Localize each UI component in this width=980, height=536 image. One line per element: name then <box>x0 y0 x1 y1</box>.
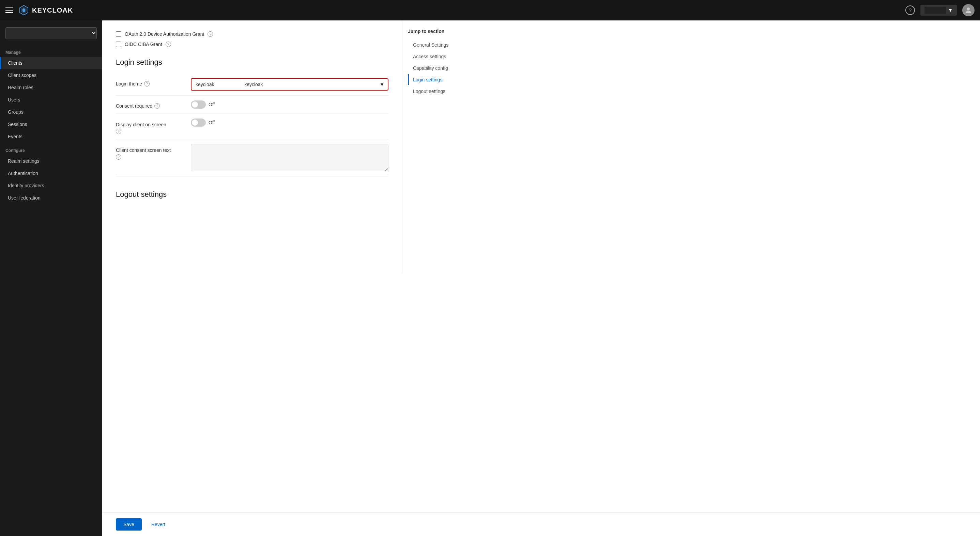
login-theme-current-value: keycloak <box>191 79 240 90</box>
jump-capability-config[interactable]: Capability config <box>408 63 472 73</box>
jump-login-settings[interactable]: Login settings <box>408 74 472 85</box>
sidebar-item-users[interactable]: Users <box>0 94 102 106</box>
realm-dropdown[interactable] <box>5 27 97 39</box>
consent-screen-label: Client consent screen text ? <box>116 144 191 160</box>
sidebar-item-sessions[interactable]: Sessions <box>0 118 102 130</box>
sidebar-identity-providers-label: Identity providers <box>8 183 44 188</box>
consent-required-row: Consent required ? Off <box>116 96 388 114</box>
oidc-ciba-help-icon[interactable]: ? <box>165 41 171 47</box>
sidebar-item-groups[interactable]: Groups <box>0 106 102 118</box>
consent-required-slider <box>191 100 206 109</box>
display-client-help-icon[interactable]: ? <box>116 129 121 134</box>
sidebar-clients-label: Clients <box>8 60 22 66</box>
configure-section-label: Configure <box>0 143 102 155</box>
display-client-toggle[interactable] <box>191 119 206 127</box>
login-theme-label: Login theme ? <box>116 78 191 87</box>
main-content: OAuth 2.0 Device Authorization Grant ? O… <box>102 21 980 536</box>
consent-screen-row: Client consent screen text ? <box>116 139 388 176</box>
sidebar-item-authentication[interactable]: Authentication <box>0 167 102 179</box>
login-theme-select-wrapper: keycloak keycloak base ▼ <box>191 78 388 90</box>
consent-required-help-icon[interactable]: ? <box>154 103 160 109</box>
consent-required-control: Off <box>191 100 388 109</box>
consent-required-label: Consent required ? <box>116 100 191 109</box>
oidc-ciba-row: OIDC CIBA Grant ? <box>116 41 388 47</box>
display-client-label: Display client on screen ? <box>116 119 191 134</box>
sidebar: Manage Clients Client scopes Realm roles… <box>0 21 102 536</box>
top-navbar: KEYCLOAK ? ▼ <box>0 0 980 21</box>
oauth-device-help-icon[interactable]: ? <box>207 31 213 37</box>
app-logo: KEYCLOAK <box>18 5 73 16</box>
save-button[interactable]: Save <box>116 518 142 531</box>
sidebar-item-clients[interactable]: Clients <box>0 57 102 69</box>
content-body: OAuth 2.0 Device Authorization Grant ? O… <box>102 21 402 274</box>
jump-to-section-title: Jump to section <box>408 29 472 34</box>
svg-point-3 <box>967 8 970 10</box>
sidebar-item-identity-providers[interactable]: Identity providers <box>0 179 102 192</box>
help-button[interactable]: ? <box>905 5 915 15</box>
topnav-right: ? ▼ <box>905 4 975 16</box>
sidebar-sessions-label: Sessions <box>8 122 27 127</box>
display-client-row: Display client on screen ? Off <box>116 114 388 139</box>
realm-select-wrapper[interactable] <box>5 27 97 39</box>
consent-screen-control <box>191 144 388 171</box>
oauth-device-row: OAuth 2.0 Device Authorization Grant ? <box>116 31 388 37</box>
oidc-ciba-label: OIDC CIBA Grant <box>125 41 162 47</box>
main-layout: Manage Clients Client scopes Realm roles… <box>0 21 980 536</box>
sidebar-item-realm-settings[interactable]: Realm settings <box>0 155 102 167</box>
checkboxes-section: OAuth 2.0 Device Authorization Grant ? O… <box>116 29 388 47</box>
sidebar-item-user-federation[interactable]: User federation <box>0 192 102 204</box>
jump-logout-settings[interactable]: Logout settings <box>408 86 472 97</box>
user-avatar[interactable] <box>962 4 975 16</box>
sidebar-item-events[interactable]: Events <box>0 130 102 143</box>
sidebar-users-label: Users <box>8 97 21 103</box>
sidebar-item-client-scopes[interactable]: Client scopes <box>0 69 102 81</box>
sidebar-realm-settings-label: Realm settings <box>8 159 40 164</box>
sidebar-user-federation-label: User federation <box>8 195 41 201</box>
sidebar-groups-label: Groups <box>8 109 24 115</box>
realm-selector-button[interactable]: ▼ <box>920 5 957 16</box>
login-theme-select[interactable]: keycloak base <box>240 79 376 90</box>
login-theme-help-icon[interactable]: ? <box>144 81 150 87</box>
logout-settings-spacer <box>116 206 388 233</box>
jump-to-section-panel: Jump to section General Settings Access … <box>402 21 477 274</box>
display-client-control: Off <box>191 119 388 127</box>
realm-name-label <box>924 7 946 14</box>
sidebar-item-realm-roles[interactable]: Realm roles <box>0 81 102 94</box>
revert-button[interactable]: Revert <box>146 518 171 531</box>
sidebar-client-scopes-label: Client scopes <box>8 73 37 78</box>
login-theme-row: Login theme ? keycloak keycloak base ▼ <box>116 73 388 96</box>
sidebar-events-label: Events <box>8 134 22 139</box>
login-theme-select-arrow-icon: ▼ <box>376 79 388 90</box>
oidc-ciba-checkbox[interactable] <box>116 41 121 47</box>
content-with-jump: OAuth 2.0 Device Authorization Grant ? O… <box>102 21 980 274</box>
manage-section-label: Manage <box>0 44 102 57</box>
sidebar-authentication-label: Authentication <box>8 171 38 176</box>
consent-screen-help-icon[interactable]: ? <box>116 154 121 160</box>
oauth-device-checkbox[interactable] <box>116 31 121 37</box>
consent-required-toggle[interactable] <box>191 100 206 109</box>
consent-screen-textarea[interactable] <box>191 144 388 171</box>
display-client-slider <box>191 119 206 127</box>
login-settings-heading: Login settings <box>116 58 388 67</box>
realm-dropdown-icon: ▼ <box>948 8 953 13</box>
display-client-toggle-wrapper: Off <box>191 119 215 127</box>
consent-required-toggle-wrapper: Off <box>191 100 215 109</box>
hamburger-menu[interactable] <box>5 8 13 13</box>
login-theme-control: keycloak keycloak base ▼ <box>191 78 388 90</box>
consent-required-off-label: Off <box>208 102 215 107</box>
bottom-action-bar: Save Revert <box>102 512 980 536</box>
jump-general-settings[interactable]: General Settings <box>408 40 472 51</box>
display-client-off-label: Off <box>208 120 215 125</box>
app-name: KEYCLOAK <box>32 6 73 14</box>
sidebar-realm-roles-label: Realm roles <box>8 85 33 90</box>
logout-settings-heading: Logout settings <box>116 190 388 199</box>
jump-access-settings[interactable]: Access settings <box>408 51 472 62</box>
oauth-device-label: OAuth 2.0 Device Authorization Grant <box>125 31 204 37</box>
